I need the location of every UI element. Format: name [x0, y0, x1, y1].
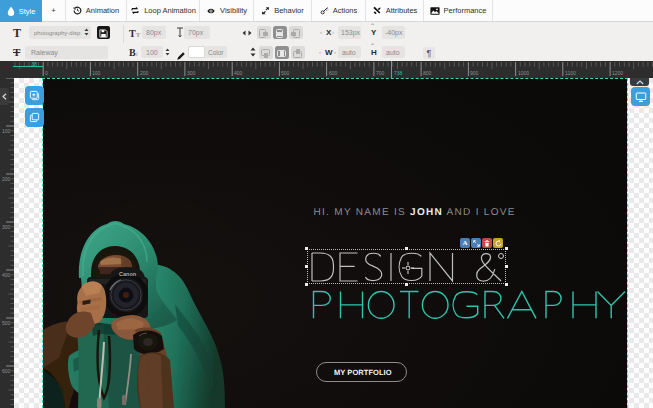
svg-text:HI. MY NAME IS JOHN AND I LOVE: HI. MY NAME IS JOHN AND I LOVE	[314, 207, 516, 218]
svg-text:MY PORTFOLIO: MY PORTFOLIO	[334, 368, 392, 377]
